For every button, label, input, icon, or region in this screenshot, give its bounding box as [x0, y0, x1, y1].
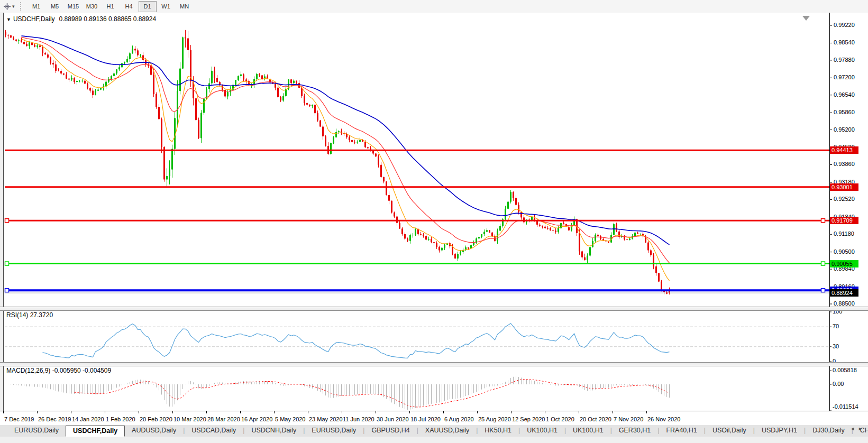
chart-tab-fra40[interactable]: FRA40,H1: [659, 425, 703, 437]
time-tick: [206, 411, 207, 413]
chart-tab-usdjpy[interactable]: USDJPY,H1: [755, 425, 804, 437]
price-tick-label: 0.95860: [834, 109, 855, 115]
time-tick: [240, 411, 241, 413]
price-tick-label: 0.99220: [834, 22, 855, 28]
price-tick-label: 0.98540: [834, 39, 855, 45]
current-price-badge: 0.88924: [830, 289, 858, 297]
rsi-axis-label: 30: [833, 343, 839, 349]
price-tick-label: 0.91180: [834, 230, 854, 237]
time-axis-label: 1 Oct 2020: [546, 416, 574, 422]
time-tick: [139, 411, 139, 413]
time-axis-label: 18 Jul 2020: [410, 416, 441, 422]
time-axis-label: 30 Jun 2020: [377, 416, 409, 422]
price-tick-label: 0.88500: [834, 300, 855, 307]
chart-tab-xauusd[interactable]: XAUUSD,Daily: [418, 425, 476, 437]
chart-tab-eurusd[interactable]: EURUSD,Daily: [305, 425, 363, 437]
time-axis-label: 26 Nov 2020: [647, 416, 680, 422]
chart-tab-ger30[interactable]: GER30,H1: [612, 425, 657, 437]
chart-tab-bar: EURUSD,DailyUSDCHF,DailyAUDUSD,Daily|USD…: [0, 424, 868, 437]
timeframe-button-m5[interactable]: M5: [46, 1, 64, 12]
time-axis-label: 14 Jan 2020: [72, 416, 104, 422]
time-tick: [342, 411, 342, 413]
chart-tab-audusd[interactable]: AUDUSD,Daily: [125, 425, 183, 437]
tab-scroll-right-icon[interactable]: ►: [858, 426, 866, 431]
cursor-tool-button[interactable]: ▾: [3, 3, 15, 11]
time-tick: [477, 411, 478, 413]
price-tick-label: 0.95200: [834, 126, 855, 133]
time-axis-label: 23 May 2020: [309, 416, 343, 422]
chart-tab-dj30[interactable]: DJ30,Daily: [806, 425, 851, 437]
chevron-down-icon[interactable]: ▾: [12, 4, 15, 9]
chart-tab-usdchf[interactable]: USDCHF,Daily: [66, 426, 125, 437]
time-tick: [3, 411, 4, 413]
chart-tab-eurusd[interactable]: EURUSD,Daily: [7, 425, 66, 437]
pane-splitter[interactable]: [0, 307, 868, 311]
chart-tab-usoil[interactable]: USOil,Daily: [706, 425, 753, 437]
chart-ohlc-values: 0.88989 0.89136 0.88865 0.88924: [59, 15, 157, 23]
time-axis-label: 16 Apr 2020: [241, 416, 272, 422]
time-axis-label: 28 Mar 2020: [207, 416, 240, 422]
chart-window[interactable]: [3, 13, 868, 411]
tab-scroll-arrows: ◄►: [850, 426, 866, 431]
time-axis-label: 11 Jun 2020: [343, 416, 374, 422]
trading-terminal: ▾ M1M5M15M30H1H4D1W1MN ▼USDCHF,Daily0.88…: [0, 0, 868, 443]
time-tick: [409, 411, 410, 413]
macd-axis-label: 0.00: [833, 381, 844, 387]
crosshair-tool-icon: [3, 3, 11, 11]
price-tick-label: 0.97880: [834, 57, 855, 63]
timeframe-button-m30[interactable]: M30: [83, 1, 101, 12]
timeframe-button-h1[interactable]: H1: [102, 1, 120, 12]
time-axis-label: 7 Nov 2020: [614, 416, 643, 422]
chart-tab-gbpusd[interactable]: GBPUSD,H4: [364, 425, 416, 437]
timeframe-button-w1[interactable]: W1: [157, 1, 175, 12]
time-tick: [511, 411, 511, 413]
time-tick: [308, 411, 308, 413]
tab-scroll-left-icon[interactable]: ◄: [850, 426, 858, 431]
chart-tab-uk100[interactable]: UK100,H1: [566, 425, 610, 437]
time-tick: [646, 411, 647, 413]
chart-menu-icon[interactable]: ▼: [6, 17, 11, 22]
time-axis-label: 20 Feb 2020: [140, 416, 172, 422]
time-axis-label: 5 May 2020: [275, 416, 305, 422]
time-axis-label: 6 Aug 2020: [444, 416, 474, 422]
price-level-badge: 0.90055: [830, 260, 858, 267]
price-tick-label: 0.90500: [834, 248, 855, 255]
time-tick: [37, 411, 38, 413]
price-tick-label: 0.92520: [834, 196, 855, 202]
time-axis-label: 12 Sep 2020: [512, 416, 545, 422]
chart-tab-usdcnh[interactable]: USDCNH,Daily: [244, 425, 303, 437]
time-tick: [71, 411, 71, 413]
time-tick: [172, 411, 173, 413]
time-axis-label: 25 Aug 2020: [478, 416, 511, 422]
macd-axis-label: -0.011514: [833, 403, 858, 410]
pane-splitter[interactable]: [0, 362, 868, 366]
timeframe-button-d1[interactable]: D1: [139, 1, 157, 12]
macd-axis-label: 0.005818: [833, 367, 857, 373]
time-tick: [613, 411, 613, 413]
chart-tab-hk50[interactable]: HK50,H1: [478, 425, 518, 437]
time-tick: [545, 411, 545, 413]
timeframe-button-h4[interactable]: H4: [120, 1, 138, 12]
chart-symbol-period: USDCHF,Daily: [13, 15, 55, 23]
toolbar-grip: [20, 2, 23, 11]
chart-tab-uk100[interactable]: UK100,H1: [520, 425, 564, 437]
price-tick-label: 0.93860: [834, 161, 855, 167]
chart-title: ▼USDCHF,Daily0.88989 0.89136 0.88865 0.8…: [6, 15, 156, 23]
time-axis-label: 7 Dec 2019: [4, 416, 34, 422]
price-level-badge: 0.94413: [830, 146, 858, 154]
timeframe-button-mn[interactable]: MN: [176, 1, 194, 12]
status-strip: [0, 437, 868, 443]
time-tick: [579, 411, 579, 413]
time-axis-label: 1 Feb 2020: [106, 416, 135, 422]
price-tick-label: 0.97200: [834, 74, 855, 80]
timeframe-toolbar: ▾ M1M5M15M30H1H4D1W1MN: [0, 0, 868, 13]
timeframe-button-m15[interactable]: M15: [65, 1, 83, 12]
price-tick-label: 0.96540: [834, 91, 855, 98]
time-tick: [443, 411, 444, 413]
time-tick: [105, 411, 105, 413]
timeframe-buttons: M1M5M15M30H1H4D1W1MN: [28, 1, 194, 12]
time-axis[interactable]: 7 Dec 201926 Dec 201914 Jan 20201 Feb 20…: [0, 411, 868, 425]
timeframe-button-m1[interactable]: M1: [28, 1, 45, 12]
chart-tab-usdcad[interactable]: USDCAD,Daily: [185, 425, 243, 437]
price-level-badge: 0.93001: [830, 183, 858, 191]
